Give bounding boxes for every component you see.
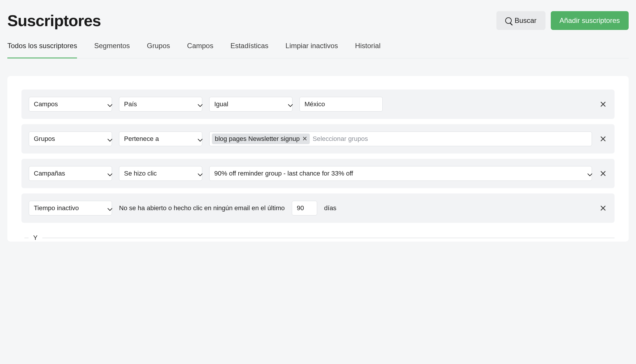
add-subscribers-label: Añadir suscriptores <box>560 16 620 25</box>
remove-tag-button[interactable] <box>303 136 307 142</box>
filter-type-value: Grupos <box>34 135 55 143</box>
search-button[interactable]: Buscar <box>496 11 545 30</box>
logic-divider: Y <box>21 228 615 242</box>
filter-operator-select[interactable]: Se hizo clic <box>119 166 202 181</box>
filter-row-fields: Campos País Igual <box>21 90 615 119</box>
filter-type-select[interactable]: Campos <box>29 97 112 112</box>
close-icon <box>600 101 606 107</box>
remove-filter-button[interactable] <box>599 169 607 178</box>
add-subscribers-button[interactable]: Añadir suscriptores <box>551 11 629 30</box>
filter-field-select[interactable]: País <box>119 97 202 112</box>
remove-filter-button[interactable] <box>599 100 607 108</box>
tab-statistics[interactable]: Estadísticas <box>230 42 268 58</box>
filter-operator-value: Se hizo clic <box>124 170 157 177</box>
filter-operator-value: Pertenece a <box>124 135 159 143</box>
filter-type-value: Tiempo inactivo <box>34 204 79 212</box>
tab-fields[interactable]: Campos <box>187 42 213 58</box>
filter-type-select[interactable]: Tiempo inactivo <box>29 201 112 215</box>
filter-value-input[interactable] <box>299 97 383 112</box>
tabs: Todos los suscriptores Segmentos Grupos … <box>7 42 629 58</box>
filter-type-value: Campos <box>34 100 58 108</box>
campaign-select[interactable]: 90% off reminder group - last chance for… <box>209 166 592 181</box>
filter-row-inactive-time: Tiempo inactivo No se ha abierto o hecho… <box>21 193 615 223</box>
remove-filter-button[interactable] <box>599 135 607 143</box>
group-tag: blog pages Newsletter signup <box>212 134 310 144</box>
filter-row-groups: Grupos Pertenece a blog pages Newsletter… <box>21 124 615 154</box>
groups-tag-input[interactable]: blog pages Newsletter signup Seleccionar… <box>209 132 592 146</box>
inactive-description: No se ha abierto o hecho clic en ningún … <box>119 204 285 212</box>
tab-groups[interactable]: Grupos <box>147 42 170 58</box>
tab-history[interactable]: Historial <box>355 42 381 58</box>
filter-operator-value: Igual <box>214 100 228 108</box>
groups-placeholder: Seleccionar grupos <box>313 135 368 143</box>
filter-type-select[interactable]: Campañas <box>29 166 112 181</box>
close-icon <box>600 205 606 211</box>
tab-segments[interactable]: Segmentos <box>94 42 130 58</box>
campaign-select-value: 90% off reminder group - last chance for… <box>214 170 353 177</box>
remove-filter-button[interactable] <box>599 204 607 212</box>
tab-all-subscribers[interactable]: Todos los suscriptores <box>7 42 77 58</box>
filter-row-campaigns: Campañas Se hizo clic 90% off reminder g… <box>21 159 615 188</box>
header-actions: Buscar Añadir suscriptores <box>496 11 629 30</box>
divider-line <box>24 238 29 238</box>
group-tag-label: blog pages Newsletter signup <box>215 135 300 143</box>
close-icon <box>600 136 606 142</box>
filter-field-value: País <box>124 100 137 108</box>
filter-panel: Campos País Igual Grupos <box>7 76 629 242</box>
close-icon <box>303 136 307 141</box>
inactive-days-input[interactable] <box>292 201 317 215</box>
tab-clean-inactive[interactable]: Limpiar inactivos <box>285 42 338 58</box>
logic-operator-label: Y <box>33 234 38 242</box>
page-title: Suscriptores <box>7 11 101 30</box>
close-icon <box>600 171 606 176</box>
filter-type-select[interactable]: Grupos <box>29 132 112 146</box>
search-button-label: Buscar <box>515 16 537 25</box>
filter-operator-select[interactable]: Pertenece a <box>119 132 202 146</box>
filter-operator-select[interactable]: Igual <box>209 97 292 112</box>
inactive-unit: días <box>324 204 337 212</box>
filter-type-value: Campañas <box>34 170 65 177</box>
divider-line <box>42 238 615 238</box>
search-icon <box>505 17 512 24</box>
